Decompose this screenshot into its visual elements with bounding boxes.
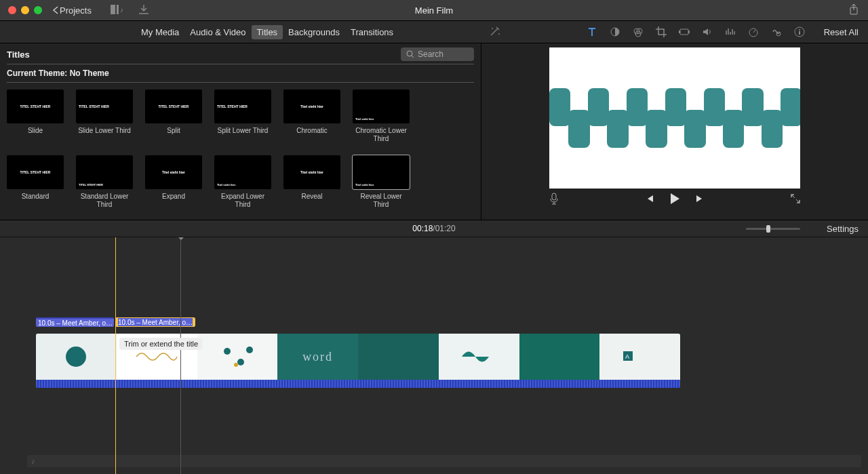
library-view-icon[interactable]: ♪ — [111, 5, 123, 16]
enhance-wand-icon[interactable] — [490, 26, 500, 39]
tab-transitions[interactable]: Transitions — [345, 25, 399, 39]
svg-text:A: A — [625, 353, 629, 360]
title-label: Slide — [7, 127, 64, 143]
title-clip-selected[interactable]: 10.0s – Meet Amber, o… — [115, 317, 195, 327]
toolbar-actions: ♪ — [111, 5, 149, 16]
info-icon[interactable] — [794, 26, 805, 37]
svg-point-22 — [246, 347, 253, 353]
playhead[interactable] — [115, 237, 116, 474]
title-thumb: TITEL STEHT HIER — [145, 90, 202, 123]
music-well[interactable]: ♪ — [27, 455, 861, 467]
volume-icon[interactable] — [702, 26, 713, 37]
title-preset[interactable]: TITEL STEHT HIERSlide — [7, 90, 64, 143]
title-label: Chromatic — [283, 127, 340, 143]
voiceover-mic-icon[interactable] — [549, 193, 559, 207]
stabilization-icon[interactable] — [679, 26, 690, 37]
svg-point-23 — [234, 363, 238, 367]
svg-point-5 — [498, 33, 500, 35]
title-preset[interactable]: TITEL STEHT HIERSplit Lower Third — [214, 90, 271, 143]
svg-rect-19 — [552, 193, 556, 200]
timeline-settings-button[interactable]: Settings — [827, 224, 859, 234]
title-label: Expand Lower Third — [214, 193, 271, 209]
zoom-slider[interactable] — [746, 224, 800, 233]
preview-canvas[interactable] — [549, 47, 800, 189]
title-thumb: Titel steht hier — [283, 90, 340, 123]
tab-titles[interactable]: Titles — [252, 25, 283, 39]
title-thumb: TITEL STEHT HIER — [76, 90, 133, 123]
svg-rect-17 — [799, 31, 800, 35]
skimmer-line — [180, 237, 181, 474]
close-window-button[interactable] — [8, 6, 16, 14]
search-icon — [406, 50, 414, 58]
svg-point-18 — [407, 51, 412, 56]
svg-point-4 — [492, 28, 493, 29]
browser-heading: Titles — [7, 50, 30, 60]
viewer-panel — [481, 43, 868, 220]
timeline-ruler[interactable] — [0, 237, 868, 247]
title-thumb: TITEL STEHT HIER — [214, 90, 271, 123]
timeline[interactable]: 10.0s – Meet Amber, o… 10.0s – Meet Ambe… — [0, 237, 868, 474]
time-total: 01:20 — [435, 224, 456, 233]
frame-word: word — [302, 350, 333, 364]
title-thumb: Titel steht hier — [353, 90, 410, 123]
reset-all-button[interactable]: Reset All — [824, 27, 859, 37]
title-label: Slide Lower Third — [76, 127, 133, 143]
back-label: Projects — [60, 5, 92, 16]
color-correction-icon[interactable] — [633, 26, 644, 37]
noise-reduction-icon[interactable] — [725, 26, 736, 37]
title-preset[interactable]: Titel steht hierChromatic Lower Third — [353, 90, 410, 143]
svg-text:♪: ♪ — [120, 6, 123, 14]
title-preset[interactable]: TITEL STEHT HIERStandard Lower Third — [76, 155, 133, 209]
tab-my-media[interactable]: My Media — [136, 25, 184, 39]
clip-filter-icon[interactable] — [771, 26, 782, 37]
media-tabs-bar: My Media Audio & Video Titles Background… — [0, 20, 868, 43]
title-label: Reveal — [283, 193, 340, 209]
divider — [7, 82, 474, 83]
titles-grid: TITEL STEHT HIERSlideTITEL STEHT HIERSli… — [0, 90, 481, 209]
divider — [7, 64, 474, 64]
minimize-window-button[interactable] — [21, 6, 29, 14]
project-title: Mein Film — [415, 5, 453, 16]
title-label: Standard — [7, 193, 64, 209]
title-preset[interactable]: Titel steht hierExpand Lower Third — [214, 155, 271, 209]
title-preset[interactable]: Titel steht hierReveal Lower Third — [353, 155, 410, 209]
svg-point-21 — [237, 359, 244, 366]
title-preset[interactable]: Titel steht hierReveal — [283, 155, 340, 209]
title-thumb: TITEL STEHT HIER — [76, 155, 133, 189]
title-thumb: Titel steht hier — [353, 155, 410, 189]
back-to-projects-button[interactable]: Projects — [53, 5, 92, 16]
title-preset[interactable]: Titel steht hierExpand — [145, 155, 202, 209]
next-button[interactable] — [695, 194, 705, 205]
title-preset[interactable]: TITEL STEHT HIERStandard — [7, 155, 64, 209]
text-inspector-icon[interactable] — [587, 26, 597, 37]
tab-backgrounds[interactable]: Backgrounds — [283, 25, 345, 39]
fullscreen-icon[interactable] — [791, 194, 800, 205]
time-display-bar: 00:18 / 01:20 Settings — [0, 220, 868, 237]
share-icon[interactable] — [849, 4, 859, 17]
speed-icon[interactable] — [748, 26, 759, 37]
title-thumb: Titel steht hier — [283, 155, 340, 189]
title-label: Standard Lower Third — [76, 193, 133, 209]
crop-icon[interactable] — [656, 26, 667, 37]
import-icon[interactable] — [139, 5, 149, 16]
trim-tooltip: Trim or extend the title — [119, 338, 203, 350]
title-label: Reveal Lower Third — [353, 193, 410, 209]
play-button[interactable] — [669, 193, 680, 207]
title-preset[interactable]: TITEL STEHT HIERSplit — [145, 90, 202, 143]
tab-audio-video[interactable]: Audio & Video — [184, 25, 251, 39]
prev-button[interactable] — [645, 194, 654, 205]
transport-controls — [549, 193, 800, 207]
zoom-window-button[interactable] — [34, 6, 42, 14]
time-current: 00:18 — [412, 224, 433, 233]
window-controls — [8, 6, 42, 14]
search-input[interactable]: Search — [401, 47, 474, 61]
title-preset[interactable]: Titel steht hierChromatic — [283, 90, 340, 143]
title-clip[interactable]: 10.0s – Meet Amber, o… — [36, 317, 114, 327]
svg-rect-12 — [688, 31, 690, 33]
title-thumb: TITEL STEHT HIER — [7, 155, 64, 189]
title-preset[interactable]: TITEL STEHT HIERSlide Lower Third — [76, 90, 133, 143]
svg-rect-11 — [679, 31, 680, 33]
current-theme-label: Current Theme: No Theme — [0, 68, 481, 82]
color-balance-icon[interactable] — [610, 26, 620, 37]
inspector-icons — [587, 26, 805, 37]
